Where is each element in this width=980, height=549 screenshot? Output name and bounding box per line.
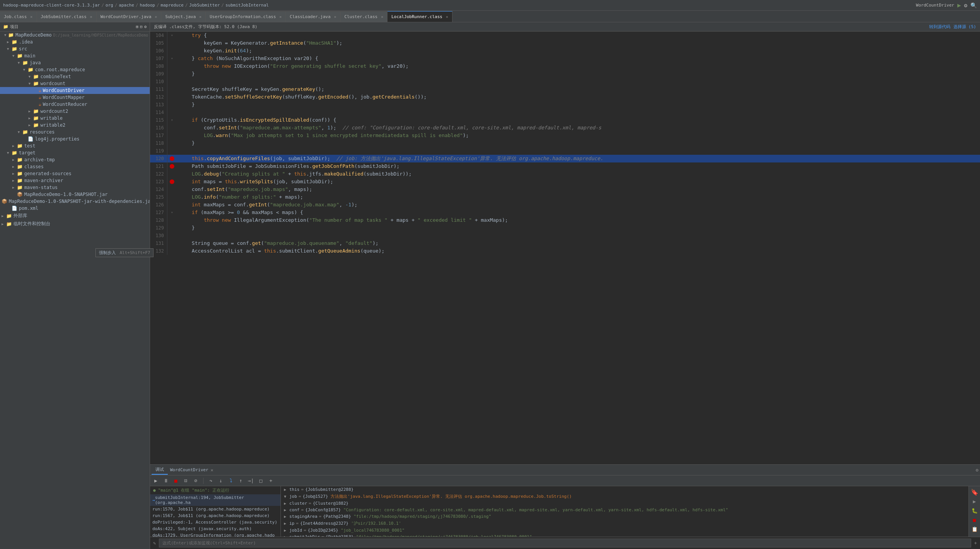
sidebar-settings-icon[interactable]: ⚙ — [144, 24, 147, 29]
sidebar-collapse-icon[interactable]: ⊟ — [140, 24, 143, 29]
sidebar-item-writable[interactable]: ▶📁writable — [0, 115, 150, 122]
var-row-stagingarea[interactable]: ▶ stagingArea = {Path@2348} "file:/tmp/h… — [281, 513, 968, 520]
tab-classloader-java[interactable]: ClassLoader.java✕ — [286, 11, 341, 22]
tab-close-icon[interactable]: ✕ — [381, 15, 383, 19]
tab-close-icon[interactable]: ✕ — [30, 15, 33, 19]
step-over-btn[interactable]: ↷ — [207, 477, 215, 485]
fold-104[interactable]: ▾ — [171, 32, 173, 39]
sidebar-item-log4j-properties[interactable]: 📄log4j.properties — [0, 136, 150, 142]
sidebar-item-test[interactable]: ▶📁test — [0, 142, 150, 149]
stop-side-icon[interactable]: ■ — [970, 516, 979, 524]
sidebar-item-archive-tmp[interactable]: ▶📁archive-tmp — [0, 156, 150, 163]
tab-localjobrunner-class[interactable]: LocalJobRunner.class✕ — [387, 11, 452, 22]
sidebar-item----[interactable]: ▶📁外部库 — [0, 212, 150, 220]
code-view[interactable]: 104 ▾ try { 105 keyGen = KeyGenerator.ge… — [150, 32, 980, 464]
sidebar-item-writable2[interactable]: ▶📁writable2 — [0, 122, 150, 129]
sidebar-item--idea[interactable]: ▶📁.idea — [0, 38, 150, 45]
evaluate-btn[interactable]: □ — [257, 477, 265, 485]
todo-side-icon[interactable]: 📋 — [970, 525, 979, 533]
sidebar-item-resources[interactable]: ▼📁resources — [0, 129, 150, 136]
debug-frame-4[interactable]: doAs:422, Subject (javax.security.auth) — [150, 526, 280, 532]
sidebar-item-classes[interactable]: ▶📁classes — [0, 163, 150, 170]
sidebar-item-target[interactable]: ▼📁target — [0, 149, 150, 156]
debug-frame-1[interactable]: run:1570, Job$11 (org.apache.hadoop.mapr… — [150, 506, 280, 512]
stop-btn[interactable]: ■ — [172, 477, 180, 485]
sidebar-item-wordcountmapper[interactable]: ☕WordCountMapper — [0, 94, 150, 101]
run-side-icon[interactable]: ▶ — [970, 497, 979, 505]
sidebar-item-src[interactable]: ▼📁src — [0, 45, 150, 52]
resume-btn[interactable]: ▶ — [152, 477, 160, 485]
var-expand-stagingarea[interactable]: ▶ — [284, 514, 289, 519]
sidebar-item-wordcountreducer[interactable]: ☕WordCountReducer — [0, 101, 150, 108]
sidebar-item-mapreducedemo-1-0-snapshot-jar[interactable]: 📦MapReduceDemo-1.0-SNAPSHOT.jar — [0, 191, 150, 198]
tab-cluster-class[interactable]: Cluster.class✕ — [341, 11, 387, 22]
var-expand-job[interactable]: ▼ — [284, 494, 289, 499]
add-watch-icon[interactable]: + — [974, 541, 977, 546]
view-breakpoints-btn[interactable]: ⊡ — [182, 477, 190, 485]
add-watch-btn[interactable]: + — [267, 477, 275, 485]
breadcrumb-jobsubmitter[interactable]: JobSubmitter — [189, 3, 220, 8]
sidebar-item-maven-status[interactable]: ▶📁maven-status — [0, 184, 150, 191]
force-step-into-btn[interactable]: ⤵ — [227, 477, 235, 485]
tab-close-icon[interactable]: ✕ — [279, 15, 282, 19]
sidebar-root[interactable]: ▼📁MapReduceDemoD:/java_learning/HDFSClie… — [0, 32, 150, 38]
sidebar-item-com-root-mapreduce[interactable]: ▼📁com.root.mapreduce — [0, 66, 150, 73]
sidebar-item-wordcount[interactable]: ▼📁wordcount — [0, 80, 150, 87]
sidebar-item-java[interactable]: ▼📁java — [0, 59, 150, 66]
sidebar-item-wordcount2[interactable]: ▶📁wordcount2 — [0, 108, 150, 115]
tab-wordcountdriver-java[interactable]: WordCountDriver.java✕ — [97, 11, 161, 22]
debug-settings-icon[interactable]: ⚙ — [976, 467, 978, 473]
tab-subject-java[interactable]: Subject.java✕ — [161, 11, 206, 22]
mute-breakpoints-btn[interactable]: ⊘ — [192, 477, 200, 485]
breadcrumb-org[interactable]: org — [105, 3, 113, 8]
tab-close-icon[interactable]: ✕ — [334, 15, 336, 19]
var-row-this[interactable]: ▶ this = {JobSubmitter@2288} — [281, 486, 968, 493]
var-row-conf[interactable]: ▶ conf = {JobConf@1857} "Configuration: … — [281, 507, 968, 513]
var-row-job[interactable]: ▼ job = {Job@1527} 方法抛出'java.lang.Illega… — [281, 493, 968, 500]
sidebar-item-generated-sources[interactable]: ▶📁generated-sources — [0, 170, 150, 177]
step-out-btn[interactable]: ↑ — [237, 477, 245, 485]
sidebar-item-mapreducedemo-1-0-snapshot-jar-with-dependencies-jar[interactable]: 📦MapReduceDemo-1.0-SNAPSHOT-jar-with-dep… — [0, 198, 150, 205]
tab-usergroupinformation-class[interactable]: UserGroupInformation.class✕ — [206, 11, 286, 22]
var-expand-ip[interactable]: ▶ — [284, 521, 289, 526]
var-row-ip[interactable]: ▶ ip = {Inet4Address@2327} '沪sir/192.168… — [281, 520, 968, 527]
expr-input[interactable] — [159, 539, 971, 547]
fold-115[interactable]: ▾ — [171, 116, 173, 124]
var-expand-this[interactable]: ▶ — [284, 487, 289, 492]
sidebar-item-maven-archiver[interactable]: ▶📁maven-archiver — [0, 177, 150, 184]
var-row-cluster[interactable]: ▶ cluster = {Cluster@1882} — [281, 500, 968, 507]
step-into-btn[interactable]: ↓ — [217, 477, 225, 485]
var-expand-conf[interactable]: ▶ — [284, 508, 289, 512]
breadcrumb-apache[interactable]: apache — [119, 3, 134, 8]
run-to-cursor-btn[interactable]: →| — [247, 477, 255, 485]
debug-frame-3[interactable]: doPrivileged:-1, AccessController (java.… — [150, 519, 280, 526]
pause-btn[interactable]: ⏸ — [162, 477, 170, 485]
fold-107[interactable]: ▾ — [171, 55, 173, 62]
breadcrumb-hadoop[interactable]: hadoop — [140, 3, 155, 8]
tab-jobsubmitter-class[interactable]: JobSubmitter.class✕ — [37, 11, 97, 22]
breadcrumb-mapreduce[interactable]: mapreduce — [161, 3, 184, 8]
debug-frame-2[interactable]: run:1567, Job$11 (org.apache.hadoop.mapr… — [150, 512, 280, 519]
tab-job-class[interactable]: Job.class✕ — [0, 11, 37, 22]
run-icon[interactable]: ▶ — [957, 2, 961, 9]
tab-close-icon[interactable]: ✕ — [90, 15, 92, 19]
sidebar-item-combinetext[interactable]: ▼📁combineText — [0, 73, 150, 80]
sidebar-item-pom-xml[interactable]: 📄pom.xml — [0, 205, 150, 212]
sidebar-expand-icon[interactable]: ⊞ — [136, 24, 139, 29]
search-icon[interactable]: 🔍 — [970, 2, 977, 8]
debug-frame-5[interactable]: doAs:1729, UserGroupInformation (org.apa… — [150, 532, 280, 537]
tab-close-icon[interactable]: ✕ — [446, 15, 448, 19]
breadcrumb-jar[interactable]: hadoop-mapreduce-client-core-3.1.3.jar — [3, 3, 100, 8]
goto-source-btn[interactable]: 转到源代码 — [929, 24, 950, 30]
sidebar-item-main[interactable]: ▼📁main — [0, 52, 150, 59]
var-row-jobid[interactable]: ▶ jobId = {JobID@2345} "job_local7467830… — [281, 527, 968, 534]
debug-side-icon[interactable]: 🐛 — [970, 506, 979, 515]
var-row-submitjobdir[interactable]: ▶ submitJobDir = {Path@2353} "file:/tmp/… — [281, 534, 968, 537]
var-expand-cluster[interactable]: ▶ — [284, 501, 289, 505]
debug-tab-main[interactable]: 调试 — [152, 465, 168, 475]
debug-frame-0[interactable]: → submitJobInternal:194, JobSubmitter (o… — [150, 494, 280, 506]
var-expand-jobid[interactable]: ▶ — [284, 528, 289, 532]
breadcrumb-method[interactable]: submitJobInternal — [225, 3, 269, 8]
tab-close-icon[interactable]: ✕ — [155, 15, 157, 19]
settings-icon[interactable]: ⚙ — [964, 2, 967, 8]
